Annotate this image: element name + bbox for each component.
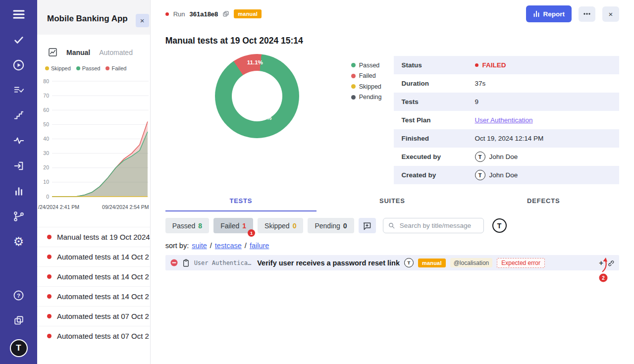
- legend-failed: Failed: [106, 65, 126, 71]
- filter-skipped[interactable]: Skipped0: [258, 218, 303, 233]
- search-input[interactable]: [399, 221, 478, 230]
- run-label: Run: [173, 10, 185, 18]
- filter-pending[interactable]: Pending0: [308, 218, 354, 233]
- more-button[interactable]: [579, 6, 595, 22]
- test-result-row[interactable]: User Authentica… Verify user receives a …: [165, 255, 619, 270]
- run-list-item[interactable]: Automated tests at 14 Oct 2: [37, 266, 150, 286]
- test-type-badge: manual: [418, 259, 446, 267]
- svg-text:0: 0: [46, 194, 49, 200]
- clipboard-icon[interactable]: [182, 259, 190, 267]
- projects-icon[interactable]: [11, 314, 26, 327]
- sort-by-testcase[interactable]: testcase: [215, 242, 242, 250]
- header-actions: Report ×: [526, 5, 620, 22]
- pulse-icon[interactable]: [11, 134, 26, 147]
- project-title: Mobile Banking App: [47, 14, 133, 24]
- avatar: T: [475, 152, 485, 162]
- detail-row-executed-by: Executed by TJohn Doe: [394, 148, 620, 166]
- failed-dot: [106, 66, 109, 70]
- ellipsis-icon: [583, 10, 591, 18]
- donut-legend-passed: Passed: [351, 60, 382, 71]
- error-message-chip[interactable]: Expected error: [497, 258, 545, 268]
- svg-text:10: 10: [43, 179, 49, 185]
- analytics-icon[interactable]: [11, 185, 26, 198]
- run-status-dot: [165, 12, 169, 16]
- filter-passed[interactable]: Passed8: [165, 218, 210, 233]
- donut-failed-label: 11.1%: [247, 59, 263, 65]
- filter-failed[interactable]: Failed1 1: [213, 218, 253, 233]
- report-chart-icon: [533, 10, 540, 17]
- report-button[interactable]: Report: [526, 5, 572, 22]
- app-window: ⚙ ? T Mobile Banking App × Manual Automa…: [0, 0, 634, 364]
- detail-row-tests: Tests 9: [394, 93, 620, 111]
- detail-row-test-plan: Test Plan User Authentication: [394, 111, 620, 129]
- run-list-item[interactable]: Automated tests at 07 Oct 2: [37, 306, 150, 326]
- row-actions: +: [599, 259, 614, 266]
- sort-by-failure[interactable]: failure: [250, 242, 269, 250]
- failed-dot: [475, 63, 478, 67]
- failed-status-dot: [47, 314, 52, 318]
- test-list-icon[interactable]: [11, 84, 26, 97]
- search-box: [383, 218, 484, 233]
- history-legend: Skipped Passed Failed: [37, 57, 150, 75]
- detail-row-created-by: Created by TJohn Doe: [394, 166, 620, 184]
- chart-mode-icon[interactable]: [48, 48, 57, 57]
- add-icon[interactable]: +: [599, 259, 603, 266]
- app-logo[interactable]: T: [10, 339, 28, 357]
- close-panel-button[interactable]: ×: [136, 14, 149, 27]
- steps-icon[interactable]: [11, 109, 26, 122]
- failed-minus-icon: [170, 259, 178, 266]
- detail-row-finished: Finished Oct 19, 2024 12:14 PM: [394, 129, 620, 148]
- copy-icon[interactable]: [222, 10, 229, 17]
- status-value: FAILED: [475, 61, 612, 69]
- run-icon[interactable]: [11, 58, 26, 71]
- result-tabs: TESTS SUITES DEFECTS: [165, 192, 619, 211]
- run-list: Manual tests at 19 Oct 2024 Automated te…: [37, 227, 150, 364]
- search-icon: [388, 222, 395, 229]
- svg-text:?: ?: [17, 292, 20, 298]
- user-avatar[interactable]: T: [492, 218, 507, 233]
- tab-tests[interactable]: TESTS: [165, 192, 317, 211]
- svg-text:70: 70: [43, 93, 49, 99]
- failed-status-dot: [47, 294, 52, 299]
- svg-text:80: 80: [43, 78, 49, 84]
- help-icon[interactable]: ?: [11, 289, 26, 302]
- sort-by-suite[interactable]: suite: [192, 242, 207, 250]
- run-summary: 11.1% 88.9% Passed Failed Skipped Pendin…: [165, 54, 619, 184]
- donut-legend-skipped: Skipped: [351, 81, 382, 92]
- branch-icon[interactable]: [11, 210, 26, 223]
- avatar: T: [475, 170, 485, 180]
- test-title[interactable]: Verify user receives a password reset li…: [257, 259, 400, 267]
- history-chart: 80706050403020100: [37, 75, 150, 203]
- checks-icon[interactable]: [11, 33, 26, 46]
- svg-text:40: 40: [43, 136, 49, 142]
- svg-text:30: 30: [43, 150, 49, 156]
- legend-passed: Passed: [76, 65, 101, 71]
- run-list-item[interactable]: Automated tests at 14 Oct 2: [37, 286, 150, 306]
- panel-tab-manual[interactable]: Manual: [66, 49, 90, 56]
- failed-status-dot: [47, 334, 52, 338]
- comment-plus-icon: [363, 221, 371, 230]
- tab-defects[interactable]: DEFECTS: [468, 192, 619, 211]
- panel-tabs: Manual Automated: [37, 35, 150, 57]
- panel-tab-automated[interactable]: Automated: [99, 49, 133, 56]
- run-list-item[interactable]: Automated tests at 07 Oct 2: [37, 326, 150, 346]
- comment-filter-button[interactable]: [359, 218, 376, 233]
- menu-icon[interactable]: [11, 8, 26, 21]
- settings-icon[interactable]: ⚙: [11, 235, 26, 248]
- close-run-button[interactable]: ×: [602, 6, 619, 22]
- suite-name[interactable]: User Authentica…: [194, 260, 252, 266]
- run-detail-view: Run 361a18e8 manual Report × Manual test…: [151, 0, 634, 364]
- import-icon[interactable]: [11, 159, 26, 172]
- test-plan-link[interactable]: User Authentication: [475, 116, 533, 124]
- run-list-item[interactable]: Automated tests at 14 Oct 2: [37, 247, 150, 266]
- skipped-dot: [45, 66, 49, 70]
- test-tag[interactable]: @localisation: [450, 258, 493, 267]
- svg-text:20: 20: [43, 164, 49, 170]
- link-icon[interactable]: [607, 260, 614, 266]
- run-details-table: Status FAILED Duration 37s Tests 9 Test …: [394, 56, 620, 184]
- donut-legend: Passed Failed Skipped Pending: [351, 60, 382, 184]
- run-list-item[interactable]: Manual tests at 19 Oct 2024: [37, 227, 150, 247]
- run-id: 361a18e8: [189, 10, 218, 18]
- tab-suites[interactable]: SUITES: [317, 192, 468, 211]
- failed-status-dot: [47, 274, 52, 279]
